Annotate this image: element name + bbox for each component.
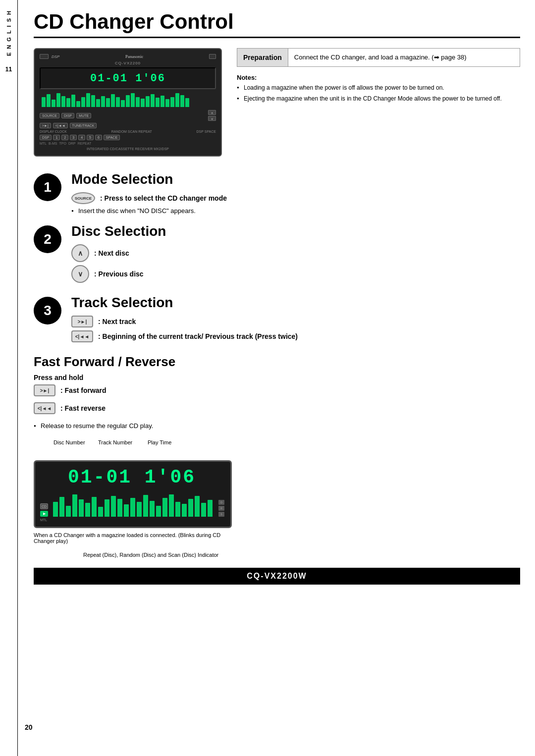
preparation-label: Preparation: [237, 49, 288, 66]
next-track-btn[interactable]: >►|: [40, 123, 51, 128]
p2-btn[interactable]: 2: [61, 135, 68, 140]
device-image: DSP Panasonic CQ-VX2200 01-01 1'06: [34, 48, 222, 157]
repeat-label-text: Repeat (Disc), Random (Disc) and Scan (D…: [83, 552, 218, 558]
ff-note-text: Release to resume the regular CD play.: [41, 422, 153, 430]
ff-reverse-item: <|◄◄ : Fast reverse: [34, 402, 520, 414]
rnd-indicator: R: [218, 506, 224, 511]
track-selection-section: 3 Track Selection >►| : Next track <|◄◄ …: [34, 295, 520, 345]
disc-number-label: Disc Number: [54, 439, 85, 445]
bottom-section: Disc Number Track Number Play Time 01-01…: [34, 439, 520, 558]
device-screen: 01-01 1'06: [40, 67, 216, 89]
left-indicator-1: CD: [40, 503, 48, 509]
sidebar: E N G L I S H 11: [0, 0, 18, 756]
track-next-item: >►| : Next track: [71, 316, 520, 327]
track-prev-item: <|◄◄ : Beginning of the current track/ P…: [71, 330, 520, 342]
note-item-2: Ejecting the magazine when the unit is i…: [237, 94, 520, 103]
tune-btn[interactable]: TUNE/TRACK: [70, 123, 97, 128]
disc-content: Disc Selection ∧ : Next disc ∨ : Previou…: [71, 223, 520, 286]
big-screen-value: 01-01 1'06: [68, 467, 196, 488]
fast-forward-section: Fast Forward / Reverse Press and hold >►…: [34, 354, 520, 430]
preparation-section: Preparation Connect the CD changer, and …: [237, 48, 520, 105]
note-item-1: Loading a magazine when the power is off…: [237, 83, 520, 92]
fast-forward-symbol: >►|: [40, 388, 50, 393]
p1-btn[interactable]: 1: [53, 135, 60, 140]
vol-up[interactable]: ∧: [208, 110, 216, 115]
ff-subtitle: Press and hold: [34, 374, 520, 381]
device-screen-text: 01-01 1'06: [90, 72, 165, 85]
vol-dn[interactable]: ∨: [208, 116, 216, 121]
dsp-btn[interactable]: DSP: [40, 135, 52, 140]
disp-btn[interactable]: DISP: [61, 113, 74, 118]
source-icon[interactable]: SOURCE: [71, 192, 95, 204]
bottom-display-container: Disc Number Track Number Play Time 01-01…: [34, 439, 232, 558]
prev-track-icon[interactable]: <|◄◄: [71, 330, 93, 342]
display-labels-row: Disc Number Track Number Play Time: [34, 439, 232, 459]
fast-reverse-desc: : Fast reverse: [60, 403, 106, 414]
bottom-note-content: When a CD Changer with a magazine loaded…: [34, 532, 220, 544]
mode-title: Mode Selection: [71, 171, 520, 187]
mode-button-item: SOURCE : Press to select the CD changer …: [71, 192, 520, 204]
device-model-label: CQ-VX2200: [40, 61, 216, 65]
left-indicator-2: ▶: [40, 511, 48, 517]
fast-forward-icon[interactable]: >►|: [34, 384, 55, 396]
ff-items: >►| : Fast forward <|◄◄ : Fast reverse: [34, 384, 520, 417]
preparation-text: Connect the CD changer, and load a magaz…: [288, 49, 473, 66]
p3-btn[interactable]: 3: [70, 135, 77, 140]
device-control-row-1: SOURCE DISP MUTE ∧ ∨: [40, 110, 216, 121]
next-disc-desc: : Next disc: [94, 248, 129, 259]
mode-note: Insert the disc when "NO DISC" appears.: [71, 207, 520, 215]
preparation-box: Preparation Connect the CD changer, and …: [237, 48, 520, 67]
prev-disc-arrow: ∨: [78, 270, 83, 278]
source-label: SOURCE: [75, 196, 92, 201]
space-btn[interactable]: SPACE: [104, 135, 120, 140]
mtl-label: MTL: [40, 518, 223, 522]
notes-title: Notes:: [237, 74, 520, 81]
page-number: 20: [25, 723, 33, 731]
big-screen-text: 01-01 1'06: [40, 467, 223, 488]
right-indicators: D R S: [218, 500, 224, 517]
fast-reverse-icon[interactable]: <|◄◄: [34, 402, 55, 414]
track-title: Track Selection: [71, 295, 520, 311]
disc-selection-section: 2 Disc Selection ∧ : Next disc ∨ : Previ…: [34, 223, 520, 286]
disc-next-item: ∧ : Next disc: [71, 244, 520, 262]
panasonic-logo: Panasonic: [125, 54, 144, 59]
p5-btn[interactable]: 5: [87, 135, 94, 140]
play-time-label: Play Time: [148, 439, 171, 445]
disc-prev-item: ∨ : Previous disc: [71, 265, 520, 283]
track-number-label: Track Number: [98, 439, 132, 445]
source-btn[interactable]: SOURCE: [40, 113, 59, 118]
ff-note: ● Release to resume the regular CD play.: [34, 422, 520, 430]
next-disc-icon[interactable]: ∧: [71, 244, 89, 262]
big-equalizer: [50, 492, 215, 517]
page-title: CD Changer Control: [34, 10, 520, 38]
main-content: CD Changer Control DSP Panasonic CQ-VX22…: [19, 0, 535, 599]
notes-section: Notes: Loading a magazine when the power…: [237, 74, 520, 103]
bottom-note-text: When a CD Changer with a magazine loaded…: [34, 532, 232, 544]
next-disc-arrow: ∧: [78, 249, 83, 257]
device-top-row: DSP Panasonic: [40, 54, 216, 59]
device-nav-row: >►| <|◄◄ TUNE/TRACK: [40, 123, 216, 128]
prev-disc-icon[interactable]: ∨: [71, 265, 89, 283]
ff-title: Fast Forward / Reverse: [34, 354, 520, 370]
prev-track-desc: : Beginning of the current track/ Previo…: [98, 331, 298, 342]
model-bar: CQ-VX2200W: [34, 568, 520, 585]
device-label-row: DISPLAY CLOCK RANDOM SCAN REPEAT DSP SPA…: [40, 130, 216, 133]
track-content: Track Selection >►| : Next track <|◄◄ : …: [71, 295, 520, 345]
mode-content: Mode Selection SOURCE : Press to select …: [71, 171, 520, 215]
next-track-desc: : Next track: [98, 317, 136, 327]
top-section: DSP Panasonic CQ-VX2200 01-01 1'06: [34, 48, 520, 157]
dsp-logo: DSP: [52, 54, 59, 59]
next-track-icon[interactable]: >►|: [71, 316, 93, 327]
scan-indicator: S: [218, 512, 224, 517]
big-display: 01-01 1'06 CD ▶: [34, 460, 232, 528]
mute-btn[interactable]: MUTE: [76, 113, 91, 118]
device-preset-row: DSP 1 2 3 4 5 6 SPACE: [40, 135, 216, 140]
prev-track-btn[interactable]: <|◄◄: [53, 123, 68, 128]
disc-indicator: D: [218, 500, 224, 505]
mode-selection-section: 1 Mode Selection SOURCE : Press to selec…: [34, 171, 520, 215]
p4-btn[interactable]: 4: [78, 135, 85, 140]
p6-btn[interactable]: 6: [95, 135, 102, 140]
device-integrated-label: INTEGRATED CD/CASSETTE RECEIVER MX2/DSP: [40, 147, 216, 151]
notes-list: Loading a magazine when the power is off…: [237, 83, 520, 103]
sidebar-section-number: 11: [5, 66, 12, 73]
